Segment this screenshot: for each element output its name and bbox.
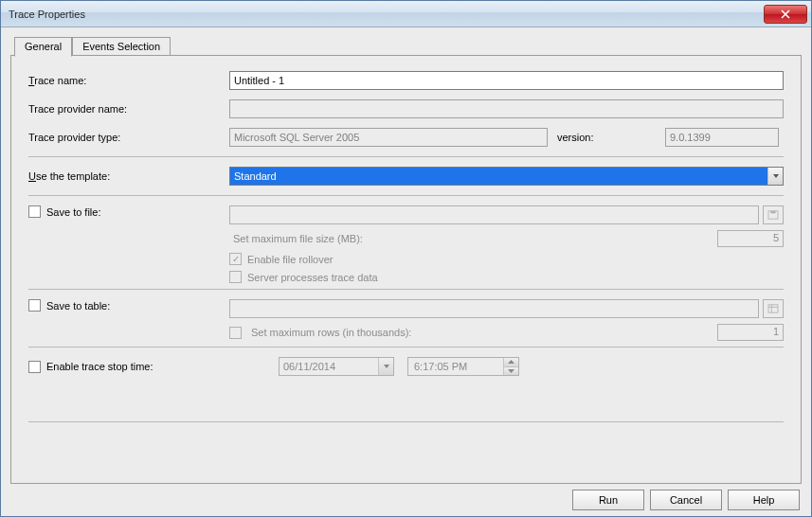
table-icon [767, 304, 779, 313]
max-file-size-row: Set maximum file size (MB): 5 [28, 230, 784, 247]
file-rollover-checkbox: ✓ [229, 253, 242, 265]
divider-2 [28, 195, 784, 196]
stop-time-row: Enable trace stop time: 06/11/2014 6:17:… [28, 357, 784, 376]
version-value: 9.0.1399 [665, 128, 779, 147]
max-rows-label: Set maximum rows (in thousands): [247, 327, 712, 338]
trace-name-label: Trace name: [28, 75, 229, 86]
provider-name-row: Trace provider name: [28, 99, 784, 118]
max-rows-row: Set maximum rows (in thousands): 1 [28, 324, 784, 341]
max-file-size-label: Set maximum file size (MB): [229, 233, 717, 244]
server-processes-checkbox [229, 271, 242, 283]
template-label: Use the template: [28, 170, 229, 182]
provider-type-label: Trace provider type: [28, 132, 229, 143]
svg-rect-1 [771, 211, 776, 214]
chevron-down-icon [767, 168, 783, 185]
help-button[interactable]: Help [728, 490, 800, 510]
browse-table-button [763, 299, 784, 318]
save-to-table-row: Save to table: [28, 299, 784, 318]
save-to-file-row: Save to file: [28, 205, 784, 224]
tab-general[interactable]: General [14, 37, 72, 57]
run-button[interactable]: Run [572, 490, 644, 510]
cancel-button[interactable]: Cancel [650, 490, 722, 510]
server-processes-label: Server processes trace data [247, 272, 378, 283]
provider-type-value: Microsoft SQL Server 2005 [229, 128, 548, 147]
time-spinner [503, 358, 518, 375]
trace-name-row: Trace name: [28, 71, 784, 90]
save-to-table-label: Save to table: [46, 300, 110, 312]
stop-time-value: 6:17:05 PM [408, 358, 503, 375]
chevron-down-icon [378, 358, 393, 375]
provider-name-value [229, 99, 784, 118]
trace-properties-window: Trace Properties General Events Selectio… [0, 0, 812, 517]
client-area: General Events Selection Trace name: Tra… [1, 27, 811, 516]
file-rollover-row: ✓ Enable file rollover [28, 253, 784, 265]
stop-time-label: Enable trace stop time: [46, 361, 153, 372]
tab-strip: General Events Selection [14, 35, 802, 56]
save-to-file-checkbox[interactable] [28, 205, 41, 218]
provider-type-row: Trace provider type: Microsoft SQL Serve… [28, 128, 784, 147]
stop-time-picker: 6:17:05 PM [407, 357, 519, 376]
spin-down-icon [504, 367, 518, 376]
max-rows-checkbox [229, 327, 242, 339]
divider-5 [28, 421, 784, 422]
save-to-table-path [229, 299, 759, 318]
server-processes-row: Server processes trace data [28, 271, 784, 283]
version-label: version: [553, 131, 665, 144]
max-file-size-value: 5 [717, 230, 784, 247]
save-to-file-path [229, 205, 759, 224]
divider-3 [28, 289, 784, 290]
template-selected-value: Standard [230, 168, 767, 185]
window-title: Trace Properties [1, 9, 85, 20]
titlebar: Trace Properties [1, 1, 811, 27]
stop-date-picker: 06/11/2014 [279, 357, 394, 376]
divider-4 [28, 347, 784, 348]
file-rollover-label: Enable file rollover [247, 254, 334, 265]
close-button[interactable] [764, 5, 807, 24]
stop-date-value: 06/11/2014 [280, 358, 378, 375]
save-to-file-label: Save to file: [46, 206, 100, 218]
stop-time-checkbox[interactable] [28, 361, 41, 373]
tab-events-selection[interactable]: Events Selection [72, 37, 171, 56]
divider-1 [28, 156, 784, 157]
template-select[interactable]: Standard [229, 167, 784, 186]
browse-file-button [763, 205, 784, 224]
trace-name-input[interactable] [229, 71, 784, 90]
template-row: Use the template: Standard [28, 167, 784, 186]
save-icon [767, 210, 779, 220]
save-to-table-checkbox[interactable] [28, 299, 41, 312]
button-bar: Run Cancel Help [10, 484, 802, 510]
svg-rect-2 [768, 305, 778, 312]
provider-name-label: Trace provider name: [28, 103, 229, 115]
spin-up-icon [504, 358, 518, 367]
max-rows-value: 1 [717, 324, 784, 341]
close-icon [781, 9, 790, 19]
general-panel: Trace name: Trace provider name: Trace p… [10, 55, 802, 484]
